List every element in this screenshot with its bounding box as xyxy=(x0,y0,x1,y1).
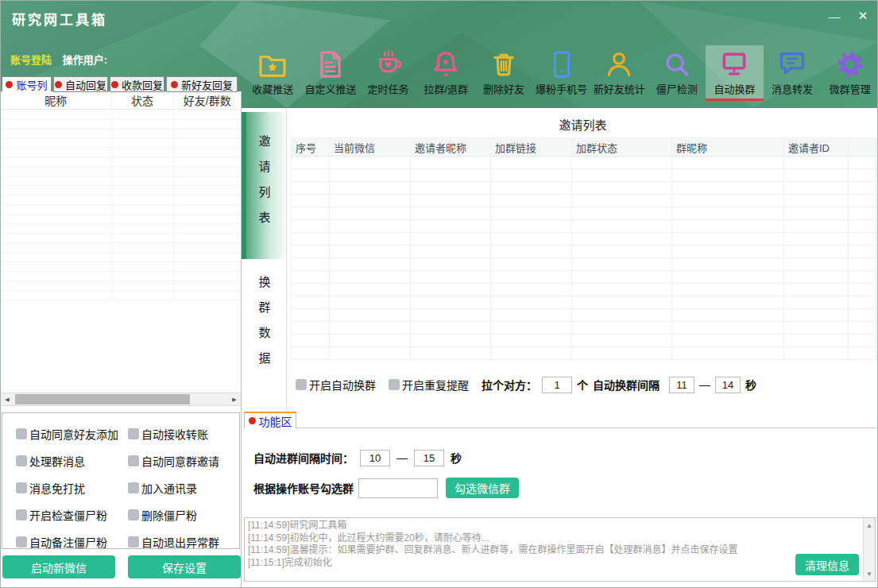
table-row xyxy=(292,182,876,195)
pick-wechat-group-button[interactable]: 勾选微信群 xyxy=(446,478,519,498)
checkbox-icon[interactable] xyxy=(128,509,139,520)
option-auto-quit-abnormal-group[interactable]: 自动退出异常群 xyxy=(128,534,239,550)
scroll-right-arrow-icon[interactable]: ▶ xyxy=(228,393,241,405)
toolbar-label: 僵尸检测 xyxy=(656,81,698,96)
select-group-input[interactable] xyxy=(358,478,438,498)
checkbox-icon[interactable] xyxy=(128,455,139,466)
red-dot-icon xyxy=(171,81,178,88)
vertical-scrollbar[interactable]: ▲ ▼ xyxy=(863,518,875,581)
table-row xyxy=(1,234,241,243)
toolbar-item-fan-phone[interactable]: 爆粉手机号 xyxy=(532,45,590,101)
table-row xyxy=(292,246,876,258)
invite-list-title: 邀请列表 xyxy=(287,116,878,133)
option-auto-receive-transfer[interactable]: 自动接收转账 xyxy=(128,426,239,442)
table-row xyxy=(292,169,876,182)
log-line: [11:14:59]初始化中，此过程大约需要20秒，请耐心等待... xyxy=(248,532,861,545)
option-auto-accept-friend[interactable]: 自动同意好友添加 xyxy=(16,426,128,442)
switch-interval-min-input[interactable] xyxy=(669,377,694,393)
tab-auto-reply[interactable]: 自动回复 xyxy=(53,76,108,92)
checkbox-icon[interactable] xyxy=(389,379,400,390)
account-col-nickname: 昵称 xyxy=(1,91,111,110)
toolbar-item-new-friend-stats[interactable]: 新好友统计 xyxy=(590,45,648,101)
vtab-invite-list[interactable]: 邀请列表 xyxy=(242,112,286,259)
toolbar-item-custom-push[interactable]: 自定义推送 xyxy=(302,45,360,101)
checkbox-icon[interactable] xyxy=(128,536,139,547)
table-row xyxy=(292,296,876,309)
checkbox-icon[interactable] xyxy=(128,482,139,493)
scroll-down-arrow-icon[interactable]: ▼ xyxy=(864,568,875,579)
option-handle-group-msg[interactable]: 处理群消息 xyxy=(16,453,128,469)
tab-account-list[interactable]: 账号列 xyxy=(2,76,52,92)
checkbox-icon[interactable] xyxy=(128,428,139,439)
main-toolbar: 收藏推送 自定义推送 定时任务 拉群/退群 删除好友 爆粉手机号 新好友统计 xyxy=(244,45,878,101)
toolbar-label: 新好友统计 xyxy=(594,81,645,96)
toolbar-item-group-manage[interactable]: 微群管理 xyxy=(821,45,878,101)
table-row xyxy=(1,215,241,224)
toolbar-item-auto-switch-group[interactable]: 自动换群 xyxy=(706,45,764,101)
select-group-row: 根据操作账号勾选群 勾选微信群 xyxy=(253,477,519,499)
invite-col-inviter-nickname: 邀请者昵称 xyxy=(411,138,491,157)
toolbar-item-message-forward[interactable]: 消息转发 xyxy=(764,45,822,101)
toolbar-label: 删除好友 xyxy=(483,81,524,96)
checkbox-icon[interactable] xyxy=(16,509,27,520)
checkbox-icon[interactable] xyxy=(16,455,27,466)
red-dot-icon xyxy=(111,81,118,88)
account-login-link[interactable]: 账号登陆 xyxy=(10,54,52,66)
table-row xyxy=(292,347,876,360)
checkbox-icon[interactable] xyxy=(16,482,27,493)
invite-col-group-status: 加群状态 xyxy=(572,138,672,157)
dash-label: — xyxy=(699,378,710,391)
toolbar-item-pull-quit-group[interactable]: 拉群/退群 xyxy=(417,45,475,101)
clear-log-button[interactable]: 清理信息 xyxy=(795,554,859,575)
minimize-button[interactable]: — xyxy=(824,6,845,26)
toolbar-item-favorite-push[interactable]: 收藏推送 xyxy=(244,45,302,101)
invite-table: 序号 当前微信 邀请者昵称 加群链接 加群状态 群昵称 邀请者ID xyxy=(291,137,876,360)
option-remark-zombie-fans[interactable]: 自动备注僵尸粉 xyxy=(16,534,128,550)
pull-count-input[interactable] xyxy=(542,377,572,393)
toolbar-label: 拉群/退群 xyxy=(424,81,468,96)
option-mute-message[interactable]: 消息免打扰 xyxy=(16,480,128,496)
tab-function-area[interactable]: 功能区 xyxy=(244,412,296,428)
checkbox-icon[interactable] xyxy=(296,379,307,390)
option-repeat-remind[interactable]: 开启重复提醒 xyxy=(389,377,469,393)
phone-icon xyxy=(547,49,577,79)
start-new-wechat-button[interactable]: 启动新微信 xyxy=(2,555,115,578)
chat-icon xyxy=(777,49,807,79)
close-button[interactable]: ✕ xyxy=(853,6,873,26)
join-interval-max-input[interactable] xyxy=(414,450,444,466)
table-row xyxy=(292,284,876,296)
table-row xyxy=(292,335,876,347)
tab-payment-reply[interactable]: 收款回复 xyxy=(110,76,164,92)
vtab-switch-group-data[interactable]: 换群数据 xyxy=(242,271,286,382)
table-row xyxy=(1,291,241,300)
toolbar-item-zombie-check[interactable]: 僵尸检测 xyxy=(648,45,706,101)
scroll-up-arrow-icon[interactable]: ▲ xyxy=(864,520,875,531)
checkbox-icon[interactable] xyxy=(16,428,27,439)
join-interval-min-input[interactable] xyxy=(360,450,390,466)
table-row xyxy=(1,148,241,157)
option-add-contacts[interactable]: 加入通讯录 xyxy=(128,480,239,496)
account-table: 昵称 状态 好友/群数 xyxy=(1,91,241,300)
table-row xyxy=(1,119,241,129)
scroll-left-arrow-icon[interactable]: ◀ xyxy=(1,393,14,405)
switch-interval-max-input[interactable] xyxy=(715,377,741,393)
toolbar-item-delete-friend[interactable]: 删除好友 xyxy=(475,45,533,101)
scrollbar-thumb[interactable] xyxy=(15,394,190,404)
save-settings-button[interactable]: 保存设置 xyxy=(128,555,241,578)
switch-interval-label: 自动换群间隔 xyxy=(593,377,659,393)
option-delete-zombie-fans[interactable]: 删除僵尸粉 xyxy=(128,507,239,523)
tab-new-friend-reply[interactable]: 新好友回复 xyxy=(166,76,238,92)
table-row xyxy=(292,233,876,246)
checkbox-icon[interactable] xyxy=(16,536,27,547)
app-title: 研究网工具箱 xyxy=(12,9,107,29)
horizontal-scrollbar[interactable]: ◀ ▶ xyxy=(1,393,241,406)
toolbar-label: 微群管理 xyxy=(830,81,871,96)
option-auto-switch-group[interactable]: 开启自动换群 xyxy=(296,377,376,393)
tab-label: 自动回复 xyxy=(65,77,106,92)
account-col-friend-count: 好友/群数 xyxy=(173,91,241,110)
invite-col-group-link: 加群链接 xyxy=(491,138,572,157)
toolbar-item-timed-task[interactable]: 定时任务 xyxy=(359,45,417,101)
option-auto-accept-group-invite[interactable]: 自动同意群邀请 xyxy=(128,453,239,469)
tab-label: 功能区 xyxy=(259,413,292,429)
option-check-zombie-fans[interactable]: 开启检查僵尸粉 xyxy=(16,507,128,523)
